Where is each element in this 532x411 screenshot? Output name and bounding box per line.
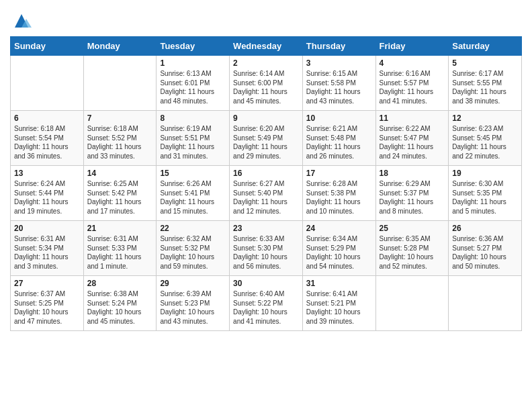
day-info: Sunrise: 6:16 AMSunset: 5:57 PMDaylight:… xyxy=(380,70,434,105)
day-number: 16 xyxy=(233,169,299,178)
calendar-table: SundayMondayTuesdayWednesdayThursdayFrid… xyxy=(10,36,522,331)
day-number: 7 xyxy=(87,113,153,123)
day-cell: 4 Sunrise: 6:16 AMSunset: 5:57 PMDayligh… xyxy=(375,56,449,111)
day-number: 14 xyxy=(87,169,153,178)
day-info: Sunrise: 6:22 AMSunset: 5:47 PMDaylight:… xyxy=(380,125,434,160)
day-cell: 8 Sunrise: 6:19 AMSunset: 5:51 PMDayligh… xyxy=(157,111,230,166)
page-header xyxy=(10,7,522,31)
day-info: Sunrise: 6:27 AMSunset: 5:40 PMDaylight:… xyxy=(233,180,287,215)
day-cell: 16 Sunrise: 6:27 AMSunset: 5:40 PMDaylig… xyxy=(230,166,303,221)
day-cell: 23 Sunrise: 6:33 AMSunset: 5:30 PMDaylig… xyxy=(230,221,303,276)
day-number: 26 xyxy=(452,224,518,233)
day-cell: 5 Sunrise: 6:17 AMSunset: 5:55 PMDayligh… xyxy=(449,56,522,111)
day-info: Sunrise: 6:23 AMSunset: 5:45 PMDaylight:… xyxy=(452,125,506,160)
day-cell: 21 Sunrise: 6:31 AMSunset: 5:33 PMDaylig… xyxy=(83,221,157,276)
day-cell: 3 Sunrise: 6:15 AMSunset: 5:58 PMDayligh… xyxy=(302,56,375,111)
day-number: 15 xyxy=(160,169,226,178)
day-number: 3 xyxy=(306,58,372,68)
day-info: Sunrise: 6:24 AMSunset: 5:44 PMDaylight:… xyxy=(14,180,69,215)
day-cell: 30 Sunrise: 6:40 AMSunset: 5:22 PMDaylig… xyxy=(230,276,303,331)
col-header-thursday: Thursday xyxy=(302,37,375,56)
week-row-1: 1 Sunrise: 6:13 AMSunset: 6:01 PMDayligh… xyxy=(11,56,522,111)
day-info: Sunrise: 6:31 AMSunset: 5:34 PMDaylight:… xyxy=(14,235,69,270)
day-number: 27 xyxy=(14,279,80,288)
col-header-saturday: Saturday xyxy=(449,37,522,56)
week-row-4: 20 Sunrise: 6:31 AMSunset: 5:34 PMDaylig… xyxy=(11,221,522,276)
day-info: Sunrise: 6:18 AMSunset: 5:52 PMDaylight:… xyxy=(87,125,142,160)
day-number: 4 xyxy=(380,58,445,68)
day-info: Sunrise: 6:41 AMSunset: 5:21 PMDaylight:… xyxy=(306,290,361,325)
day-info: Sunrise: 6:13 AMSunset: 6:01 PMDaylight:… xyxy=(160,70,214,105)
day-number: 20 xyxy=(14,224,80,233)
day-cell: 6 Sunrise: 6:18 AMSunset: 5:54 PMDayligh… xyxy=(11,111,84,166)
day-number: 28 xyxy=(87,279,153,288)
day-cell: 18 Sunrise: 6:29 AMSunset: 5:37 PMDaylig… xyxy=(375,166,449,221)
day-cell: 24 Sunrise: 6:34 AMSunset: 5:29 PMDaylig… xyxy=(302,221,375,276)
day-info: Sunrise: 6:29 AMSunset: 5:37 PMDaylight:… xyxy=(380,180,434,215)
day-number: 18 xyxy=(380,169,445,178)
day-number: 30 xyxy=(233,279,299,288)
day-info: Sunrise: 6:31 AMSunset: 5:33 PMDaylight:… xyxy=(87,235,142,270)
day-cell: 27 Sunrise: 6:37 AMSunset: 5:25 PMDaylig… xyxy=(11,276,84,331)
col-header-sunday: Sunday xyxy=(11,37,84,56)
day-cell: 22 Sunrise: 6:32 AMSunset: 5:32 PMDaylig… xyxy=(157,221,230,276)
week-row-3: 13 Sunrise: 6:24 AMSunset: 5:44 PMDaylig… xyxy=(11,166,522,221)
day-info: Sunrise: 6:33 AMSunset: 5:30 PMDaylight:… xyxy=(233,235,287,270)
day-cell: 13 Sunrise: 6:24 AMSunset: 5:44 PMDaylig… xyxy=(11,166,84,221)
day-cell xyxy=(375,276,449,331)
day-cell xyxy=(83,56,157,111)
day-cell: 31 Sunrise: 6:41 AMSunset: 5:21 PMDaylig… xyxy=(302,276,375,331)
day-info: Sunrise: 6:35 AMSunset: 5:28 PMDaylight:… xyxy=(380,235,434,270)
day-cell: 7 Sunrise: 6:18 AMSunset: 5:52 PMDayligh… xyxy=(83,111,157,166)
day-cell xyxy=(449,276,522,331)
day-cell: 14 Sunrise: 6:25 AMSunset: 5:42 PMDaylig… xyxy=(83,166,157,221)
day-info: Sunrise: 6:28 AMSunset: 5:38 PMDaylight:… xyxy=(306,180,361,215)
day-number: 22 xyxy=(160,224,226,233)
day-info: Sunrise: 6:19 AMSunset: 5:51 PMDaylight:… xyxy=(160,125,214,160)
day-number: 5 xyxy=(452,58,518,68)
header-row: SundayMondayTuesdayWednesdayThursdayFrid… xyxy=(11,37,522,56)
week-row-2: 6 Sunrise: 6:18 AMSunset: 5:54 PMDayligh… xyxy=(11,111,522,166)
day-number: 17 xyxy=(306,169,372,178)
day-cell: 1 Sunrise: 6:13 AMSunset: 6:01 PMDayligh… xyxy=(157,56,230,111)
day-info: Sunrise: 6:34 AMSunset: 5:29 PMDaylight:… xyxy=(306,235,361,270)
day-cell: 9 Sunrise: 6:20 AMSunset: 5:49 PMDayligh… xyxy=(230,111,303,166)
day-info: Sunrise: 6:40 AMSunset: 5:22 PMDaylight:… xyxy=(233,290,287,325)
day-number: 6 xyxy=(14,113,80,123)
day-number: 21 xyxy=(87,224,153,233)
col-header-friday: Friday xyxy=(375,37,449,56)
day-number: 23 xyxy=(233,224,299,233)
col-header-monday: Monday xyxy=(83,37,157,56)
day-cell: 29 Sunrise: 6:39 AMSunset: 5:23 PMDaylig… xyxy=(157,276,230,331)
day-number: 9 xyxy=(233,113,299,123)
day-cell: 11 Sunrise: 6:22 AMSunset: 5:47 PMDaylig… xyxy=(375,111,449,166)
day-info: Sunrise: 6:36 AMSunset: 5:27 PMDaylight:… xyxy=(452,235,506,270)
day-info: Sunrise: 6:14 AMSunset: 6:00 PMDaylight:… xyxy=(233,70,287,105)
logo-icon xyxy=(11,11,32,31)
day-info: Sunrise: 6:20 AMSunset: 5:49 PMDaylight:… xyxy=(233,125,287,160)
day-cell: 20 Sunrise: 6:31 AMSunset: 5:34 PMDaylig… xyxy=(11,221,84,276)
day-number: 25 xyxy=(380,224,445,233)
day-cell: 10 Sunrise: 6:21 AMSunset: 5:48 PMDaylig… xyxy=(302,111,375,166)
day-info: Sunrise: 6:18 AMSunset: 5:54 PMDaylight:… xyxy=(14,125,69,160)
day-cell: 15 Sunrise: 6:26 AMSunset: 5:41 PMDaylig… xyxy=(157,166,230,221)
day-cell: 17 Sunrise: 6:28 AMSunset: 5:38 PMDaylig… xyxy=(302,166,375,221)
day-number: 1 xyxy=(160,58,226,68)
day-info: Sunrise: 6:38 AMSunset: 5:24 PMDaylight:… xyxy=(87,290,142,325)
day-info: Sunrise: 6:26 AMSunset: 5:41 PMDaylight:… xyxy=(160,180,214,215)
day-cell xyxy=(11,56,84,111)
day-number: 2 xyxy=(233,58,299,68)
day-cell: 26 Sunrise: 6:36 AMSunset: 5:27 PMDaylig… xyxy=(449,221,522,276)
day-number: 11 xyxy=(380,113,445,123)
day-number: 10 xyxy=(306,113,372,123)
logo xyxy=(10,11,32,31)
week-row-5: 27 Sunrise: 6:37 AMSunset: 5:25 PMDaylig… xyxy=(11,276,522,331)
day-info: Sunrise: 6:25 AMSunset: 5:42 PMDaylight:… xyxy=(87,180,142,215)
day-info: Sunrise: 6:37 AMSunset: 5:25 PMDaylight:… xyxy=(14,290,69,325)
day-number: 8 xyxy=(160,113,226,123)
day-info: Sunrise: 6:21 AMSunset: 5:48 PMDaylight:… xyxy=(306,125,361,160)
day-info: Sunrise: 6:32 AMSunset: 5:32 PMDaylight:… xyxy=(160,235,214,270)
col-header-tuesday: Tuesday xyxy=(157,37,230,56)
day-number: 24 xyxy=(306,224,372,233)
day-info: Sunrise: 6:15 AMSunset: 5:58 PMDaylight:… xyxy=(306,70,361,105)
